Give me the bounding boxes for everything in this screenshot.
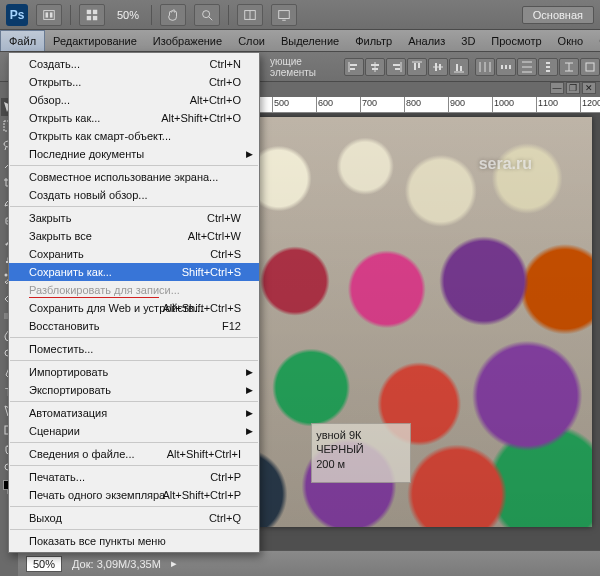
svg-rect-36: [509, 65, 511, 69]
svg-point-7: [203, 10, 210, 17]
svg-rect-2: [50, 12, 53, 17]
svg-rect-20: [393, 64, 400, 66]
file-menu-item[interactable]: ВыходCtrl+Q: [9, 509, 259, 527]
align-group: [344, 58, 469, 76]
menu-select[interactable]: Выделение: [273, 30, 347, 51]
menu-image[interactable]: Изображение: [145, 30, 230, 51]
file-menu-item[interactable]: ВосстановитьF12: [9, 317, 259, 335]
distribute-v-icon[interactable]: [538, 58, 558, 76]
file-menu-item[interactable]: Печать одного экземпляраAlt+Shift+Ctrl+P: [9, 486, 259, 504]
distribute-hc-icon[interactable]: [496, 58, 516, 76]
hand-tool-button[interactable]: [160, 4, 186, 26]
svg-rect-29: [456, 64, 458, 71]
menu-analysis[interactable]: Анализ: [400, 30, 453, 51]
file-menu-item[interactable]: Сведения о файле...Alt+Shift+Ctrl+I: [9, 445, 259, 463]
align-right-icon[interactable]: [386, 58, 406, 76]
file-menu-item[interactable]: Закрыть всеAlt+Ctrl+W: [9, 227, 259, 245]
file-menu-item[interactable]: Совместное использование экрана...: [9, 168, 259, 186]
file-menu-item[interactable]: Сохранить как...Shift+Ctrl+S: [9, 263, 259, 281]
file-menu-item[interactable]: Печатать...Ctrl+P: [9, 468, 259, 486]
svg-rect-1: [46, 12, 49, 17]
menu-bar: Файл Редактирование Изображение Слои Выд…: [0, 30, 600, 52]
status-doc-size: Док: 3,09M/3,35M: [72, 558, 161, 570]
svg-rect-41: [546, 66, 550, 68]
svg-rect-24: [418, 63, 420, 68]
menu-edit[interactable]: Редактирование: [45, 30, 145, 51]
svg-rect-30: [460, 66, 462, 71]
options-label: ующие элементы: [270, 56, 338, 78]
file-menu-item[interactable]: Открыть как смарт-объект...: [9, 127, 259, 145]
svg-rect-35: [505, 65, 507, 69]
file-menu-item[interactable]: Открыть...Ctrl+O: [9, 73, 259, 91]
svg-rect-11: [279, 10, 290, 18]
svg-rect-23: [414, 63, 416, 70]
svg-rect-0: [44, 10, 55, 19]
svg-rect-40: [546, 62, 550, 64]
toolbar-zoom[interactable]: 50%: [113, 9, 143, 21]
file-menu-item[interactable]: СохранитьCtrl+S: [9, 245, 259, 263]
menu-file[interactable]: Файл: [0, 30, 45, 51]
align-bottom-icon[interactable]: [449, 58, 469, 76]
svg-rect-4: [93, 9, 97, 13]
menu-window[interactable]: Окно: [550, 30, 592, 51]
file-menu-item[interactable]: Сохранить для Web и устройств...Alt+Shif…: [9, 299, 259, 317]
file-menu-item[interactable]: Создать...Ctrl+N: [9, 55, 259, 73]
workspace-button[interactable]: Основная: [522, 6, 594, 24]
file-menu-item[interactable]: Экспортировать▶: [9, 381, 259, 399]
file-menu-dropdown: Создать...Ctrl+NОткрыть...Ctrl+OОбзор...…: [8, 52, 260, 553]
watermark-text: sera.ru: [479, 155, 532, 173]
menu-filter[interactable]: Фильтр: [347, 30, 400, 51]
bridge-button[interactable]: [36, 4, 62, 26]
svg-rect-5: [87, 15, 91, 19]
svg-line-8: [209, 16, 213, 20]
svg-rect-21: [395, 68, 400, 70]
app-toolbar: Ps 50% Основная: [0, 0, 600, 30]
svg-rect-6: [93, 15, 97, 19]
file-menu-item[interactable]: Сценарии▶: [9, 422, 259, 440]
svg-rect-18: [372, 68, 378, 70]
svg-rect-46: [586, 63, 594, 71]
file-menu-item: Разблокировать для записи...: [9, 281, 259, 299]
align-left-icon[interactable]: [344, 58, 364, 76]
file-menu-item[interactable]: Открыть как...Alt+Shift+Ctrl+O: [9, 109, 259, 127]
svg-rect-26: [435, 63, 437, 71]
document-window-controls: — ❐ ✕: [550, 82, 596, 94]
status-bar: 50% Док: 3,09M/3,35M ▸: [18, 550, 600, 576]
screen-mode-button[interactable]: [271, 4, 297, 26]
distribute-h-icon[interactable]: [475, 58, 495, 76]
doc-close-icon[interactable]: ✕: [582, 82, 596, 94]
distribute-hr-icon[interactable]: [517, 58, 537, 76]
zoom-tool-button[interactable]: [194, 4, 220, 26]
doc-restore-icon[interactable]: ❐: [566, 82, 580, 94]
distribute-vb-icon[interactable]: [580, 58, 600, 76]
file-menu-item[interactable]: Последние документы▶: [9, 145, 259, 163]
distribute-group: [475, 58, 600, 76]
file-menu-item[interactable]: Импортировать▶: [9, 363, 259, 381]
menu-3d[interactable]: 3D: [453, 30, 483, 51]
file-menu-item[interactable]: Обзор...Alt+Ctrl+O: [9, 91, 259, 109]
file-menu-item[interactable]: Поместить...: [9, 340, 259, 358]
file-menu-item[interactable]: ЗакрытьCtrl+W: [9, 209, 259, 227]
file-menu-item[interactable]: Создать новый обзор...: [9, 186, 259, 204]
status-arrow-icon[interactable]: ▸: [171, 557, 177, 570]
svg-rect-14: [350, 64, 357, 66]
svg-rect-17: [371, 64, 379, 66]
status-zoom[interactable]: 50%: [26, 556, 62, 572]
menu-help[interactable]: Справка: [591, 30, 600, 51]
distribute-vc-icon[interactable]: [559, 58, 579, 76]
svg-rect-15: [350, 68, 355, 70]
view-extras-button[interactable]: [79, 4, 105, 26]
file-menu-item[interactable]: Показать все пункты меню: [9, 532, 259, 550]
align-hcenter-icon[interactable]: [365, 58, 385, 76]
align-vcenter-icon[interactable]: [428, 58, 448, 76]
svg-rect-34: [501, 65, 503, 69]
menu-layers[interactable]: Слои: [230, 30, 273, 51]
arrange-docs-button[interactable]: [237, 4, 263, 26]
file-menu-item[interactable]: Автоматизация▶: [9, 404, 259, 422]
doc-minimize-icon[interactable]: —: [550, 82, 564, 94]
align-top-icon[interactable]: [407, 58, 427, 76]
menu-view[interactable]: Просмотр: [483, 30, 549, 51]
svg-rect-42: [546, 70, 550, 72]
product-label: увной 9К ЧЕРНЫЙ 200 м: [311, 423, 411, 483]
svg-rect-3: [87, 9, 91, 13]
